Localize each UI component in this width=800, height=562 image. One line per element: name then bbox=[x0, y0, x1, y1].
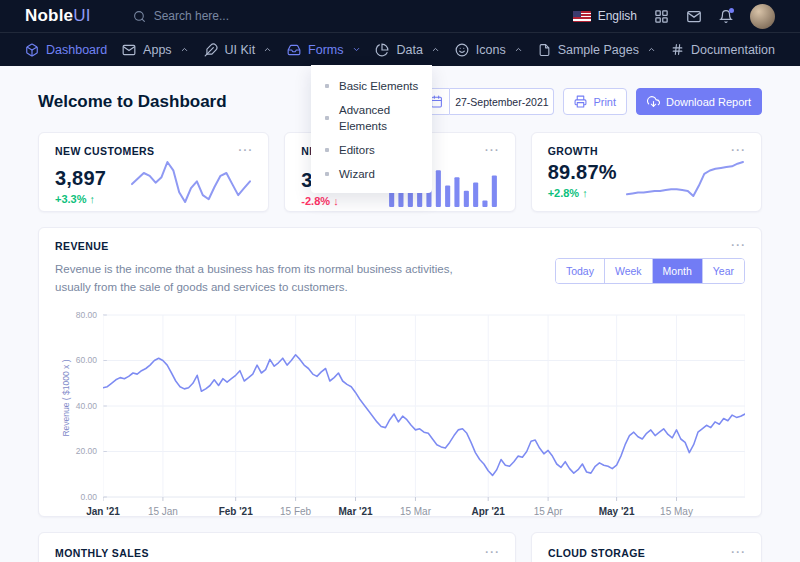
growth-card: GROWTH 89.87% +2.8% ↑ bbox=[531, 132, 762, 212]
date-picker bbox=[423, 88, 554, 115]
x-axis-label: Jan '21 bbox=[86, 506, 120, 517]
print-button[interactable]: Print bbox=[563, 88, 627, 115]
nav-item-apps[interactable]: Apps bbox=[122, 43, 189, 57]
x-axis-label: Apr '21 bbox=[471, 506, 505, 517]
y-axis-label: 80.00 bbox=[76, 310, 97, 320]
range-year-button[interactable]: Year bbox=[702, 259, 744, 283]
nav-item-sample-pages[interactable]: Sample Pages bbox=[538, 43, 656, 57]
search-input[interactable] bbox=[154, 9, 314, 23]
x-axis-labels: Jan '2115 JanFeb '2115 FebMar '2115 MarA… bbox=[103, 501, 745, 519]
app-logo[interactable]: NobleUI bbox=[25, 6, 91, 26]
dashboard-icon bbox=[25, 43, 39, 57]
y-axis-label: 40.00 bbox=[76, 401, 97, 411]
x-axis-label: Feb '21 bbox=[219, 506, 253, 517]
growth-sparkline bbox=[625, 159, 745, 199]
x-axis-label: 15 Apr bbox=[534, 506, 563, 517]
nav-item-forms[interactable]: Forms bbox=[287, 43, 360, 57]
feather-icon bbox=[204, 43, 218, 57]
dropdown-item-advanced-elements[interactable]: Advanced Elements bbox=[311, 98, 432, 138]
print-label: Print bbox=[593, 96, 616, 108]
page-title: Welcome to Dashboard bbox=[38, 92, 227, 112]
nav-label: Icons bbox=[476, 43, 506, 57]
inbox-icon bbox=[287, 43, 301, 57]
nav-label: Data bbox=[396, 43, 422, 57]
chevron-up-icon bbox=[180, 45, 189, 54]
card-title: NEW CUSTOMERS bbox=[55, 145, 155, 157]
download-label: Download Report bbox=[666, 96, 751, 108]
nav-item-ui-kit[interactable]: UI Kit bbox=[204, 43, 273, 57]
printer-icon bbox=[574, 95, 587, 108]
us-flag-icon bbox=[573, 11, 591, 22]
notifications-bell-icon[interactable] bbox=[719, 9, 733, 24]
range-button-group: Today Week Month Year bbox=[555, 258, 745, 284]
chevron-up-icon bbox=[647, 45, 656, 54]
nav-item-data[interactable]: Data bbox=[375, 43, 439, 57]
search-icon bbox=[133, 10, 146, 23]
hash-icon bbox=[671, 43, 684, 56]
stat-change: -2.8% ↓ bbox=[301, 195, 363, 207]
nav-label: Apps bbox=[143, 43, 172, 57]
download-report-button[interactable]: Download Report bbox=[636, 88, 762, 115]
user-avatar[interactable] bbox=[750, 4, 775, 29]
card-menu-icon[interactable] bbox=[730, 240, 745, 250]
file-icon bbox=[538, 43, 551, 57]
pie-chart-icon bbox=[375, 43, 389, 57]
bottom-row: MONTHLY SALES CLOUD STORAGE bbox=[38, 532, 762, 562]
range-month-button[interactable]: Month bbox=[652, 259, 702, 283]
dropdown-item-editors[interactable]: Editors bbox=[311, 138, 432, 162]
cloud-storage-card: CLOUD STORAGE bbox=[531, 532, 762, 562]
new-customers-card: NEW CUSTOMERS 3,897 +3.3% ↑ bbox=[38, 132, 269, 212]
card-title: MONTHLY SALES bbox=[55, 547, 149, 559]
stat-value: 89.87% bbox=[548, 161, 617, 184]
apps-grid-icon[interactable] bbox=[654, 9, 669, 24]
nav-label: Documentation bbox=[691, 43, 775, 57]
chevron-down-icon bbox=[352, 45, 361, 54]
arrow-up-icon: ↑ bbox=[90, 193, 96, 205]
card-menu-icon[interactable] bbox=[730, 145, 745, 155]
nav-label: Sample Pages bbox=[558, 43, 639, 57]
nav-label: Dashboard bbox=[46, 43, 107, 57]
topbar-actions: English bbox=[573, 4, 775, 29]
y-axis-label: 20.00 bbox=[76, 446, 97, 456]
x-axis-label: 15 May bbox=[660, 506, 693, 517]
date-input[interactable] bbox=[450, 88, 554, 115]
chevron-up-icon bbox=[263, 45, 272, 54]
card-title: CLOUD STORAGE bbox=[548, 547, 645, 559]
revenue-chart: Revenue ( $1000 x ) 80.0060.0040.0020.00… bbox=[55, 311, 745, 519]
nav-item-documentation[interactable]: Documentation bbox=[671, 43, 775, 57]
logo-text-noble: Noble bbox=[25, 6, 73, 25]
revenue-card: REVENUE Revenue is the income that a bus… bbox=[38, 227, 762, 517]
y-axis-label: 60.00 bbox=[76, 355, 97, 365]
nav-item-icons[interactable]: Icons bbox=[455, 43, 523, 57]
new-customers-sparkline bbox=[130, 159, 252, 205]
logo-text-ui: UI bbox=[73, 6, 90, 25]
dropdown-item-wizard[interactable]: Wizard bbox=[311, 162, 432, 186]
card-menu-icon[interactable] bbox=[484, 547, 499, 557]
chevron-up-icon bbox=[514, 45, 523, 54]
nav-label: UI Kit bbox=[225, 43, 256, 57]
card-menu-icon[interactable] bbox=[237, 145, 252, 155]
monthly-sales-card: MONTHLY SALES bbox=[38, 532, 516, 562]
x-axis-label: 15 Jan bbox=[148, 506, 178, 517]
card-menu-icon[interactable] bbox=[484, 145, 499, 155]
messages-icon[interactable] bbox=[686, 9, 702, 24]
x-axis-label: May '21 bbox=[599, 506, 635, 517]
dropdown-item-basic-elements[interactable]: Basic Elements bbox=[311, 74, 432, 98]
revenue-line-chart-svg bbox=[103, 311, 745, 501]
stat-change: +3.3% ↑ bbox=[55, 193, 106, 205]
chevron-up-icon bbox=[431, 45, 440, 54]
forms-dropdown-menu: Basic Elements Advanced Elements Editors… bbox=[311, 65, 432, 193]
chart-plot-area: Jan '2115 JanFeb '2115 FebMar '2115 MarA… bbox=[103, 311, 745, 519]
range-week-button[interactable]: Week bbox=[604, 259, 652, 283]
language-selector[interactable]: English bbox=[573, 9, 637, 23]
card-menu-icon[interactable] bbox=[730, 547, 745, 557]
language-label: English bbox=[598, 9, 637, 23]
nav-item-dashboard[interactable]: Dashboard bbox=[25, 43, 107, 57]
nav-label: Forms bbox=[308, 43, 343, 57]
download-cloud-icon bbox=[647, 95, 660, 108]
range-today-button[interactable]: Today bbox=[556, 259, 604, 283]
arrow-up-icon: ↑ bbox=[582, 187, 588, 199]
header-controls: Print Download Report bbox=[423, 88, 762, 115]
card-title: GROWTH bbox=[548, 145, 598, 157]
revenue-description: Revenue is the income that a business ha… bbox=[55, 261, 485, 297]
